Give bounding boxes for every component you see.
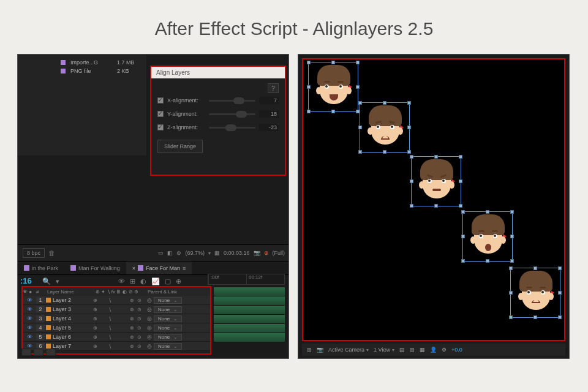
transform-handle[interactable] xyxy=(486,210,489,214)
layer-duration-bar[interactable] xyxy=(214,333,285,342)
transform-handle[interactable] xyxy=(410,155,413,159)
transform-handle[interactable] xyxy=(407,101,411,105)
toggle-mask-icon[interactable]: ▭ xyxy=(158,250,164,256)
channel-icon[interactable]: ⊕ xyxy=(264,250,269,256)
transform-handle[interactable] xyxy=(407,150,411,154)
timeline-ruler[interactable]: :00f00:12f xyxy=(208,274,285,285)
viewer-opt4-icon[interactable]: 👤 xyxy=(430,347,437,353)
layer-row[interactable]: 👁 3 Layer 4 ⊕∖⊚⊙ ◎None⌄ xyxy=(23,314,210,323)
pickwhip-icon[interactable]: ◎ xyxy=(147,297,152,303)
composition-viewer[interactable] xyxy=(302,58,565,341)
camera-icon[interactable]: ⊚ xyxy=(176,250,181,256)
transform-handle[interactable] xyxy=(358,126,362,129)
slider-thumb[interactable] xyxy=(225,124,236,131)
transform-handle[interactable] xyxy=(459,204,462,208)
layer-row[interactable]: 👁 4 Layer 5 ⊕∖⊚⊙ ◎None⌄ xyxy=(23,323,210,333)
transform-handle[interactable] xyxy=(461,259,465,263)
visibility-toggle[interactable]: 👁 xyxy=(23,306,36,312)
pickwhip-icon[interactable]: ◎ xyxy=(147,334,152,340)
pickwhip-icon[interactable]: ◎ xyxy=(147,343,152,349)
selected-layer-bbox[interactable] xyxy=(510,268,560,318)
viewer-opt3-icon[interactable]: ▦ xyxy=(420,347,425,353)
transform-handle[interactable] xyxy=(307,61,311,64)
transform-handle[interactable] xyxy=(510,259,514,263)
timeline-toggles[interactable] xyxy=(21,349,56,356)
layer-duration-bar[interactable] xyxy=(214,324,285,333)
transform-handle[interactable] xyxy=(558,315,562,319)
transform-handle[interactable] xyxy=(558,266,562,270)
transform-handle[interactable] xyxy=(461,235,465,238)
exposure-value[interactable]: +0.0 xyxy=(451,347,462,353)
slider-value[interactable]: 7 xyxy=(259,97,279,104)
visibility-toggle[interactable]: 👁 xyxy=(23,297,36,303)
trash-icon[interactable]: 🗑 xyxy=(48,249,55,257)
grid-icon[interactable]: ▦ xyxy=(214,250,220,256)
snapshot-icon[interactable]: 📷 xyxy=(254,250,260,256)
layer-row[interactable]: 👁 2 Layer 3 ⊕∖⊚⊙ ◎None⌄ xyxy=(23,305,210,314)
layer-row[interactable]: 👁 1 Layer 2 ⊕∖⊚⊙ ◎None⌄ xyxy=(23,296,210,305)
transform-handle[interactable] xyxy=(509,315,513,319)
parent-select[interactable]: None⌄ xyxy=(154,325,182,331)
timecode-display[interactable]: 0:00:03:16 xyxy=(224,250,250,256)
timeline-tab[interactable]: × Face For Man ≡ xyxy=(126,262,192,274)
visibility-toggle[interactable]: 👁 xyxy=(23,315,36,322)
layer-duration-bar[interactable] xyxy=(214,306,285,315)
pickwhip-icon[interactable]: ◎ xyxy=(147,315,152,322)
motion-blur-icon[interactable]: ◐ xyxy=(140,277,146,285)
timeline-bars[interactable] xyxy=(214,287,285,353)
transform-handle[interactable] xyxy=(356,85,360,89)
slider-thumb[interactable] xyxy=(236,111,247,118)
transform-handle[interactable] xyxy=(356,61,360,64)
transform-handle[interactable] xyxy=(410,179,413,183)
transform-handle[interactable] xyxy=(331,61,335,64)
selected-layer-bbox[interactable] xyxy=(360,102,410,153)
layer-duration-bar[interactable] xyxy=(214,287,285,296)
visibility-toggle[interactable]: 👁 xyxy=(23,334,36,340)
slider-value[interactable]: 18 xyxy=(259,110,279,118)
pickwhip-icon[interactable]: ◎ xyxy=(147,325,152,331)
viewer-opt2-icon[interactable]: ⊞ xyxy=(410,347,415,353)
current-time[interactable]: :16 xyxy=(18,275,34,287)
zoom-value[interactable]: (69.7%) xyxy=(185,250,205,256)
transform-handle[interactable] xyxy=(358,150,362,154)
project-item[interactable]: Importe...G1.7 MB xyxy=(18,58,146,67)
collapse-icon[interactable]: ⊕ xyxy=(176,277,181,285)
transform-handle[interactable] xyxy=(383,101,386,105)
transform-handle[interactable] xyxy=(407,126,411,129)
layer-duration-bar[interactable] xyxy=(214,315,285,324)
parent-select[interactable]: None⌄ xyxy=(154,297,182,304)
bpc-indicator[interactable]: 8 bpc xyxy=(23,248,45,258)
selected-layer-bbox[interactable] xyxy=(308,62,358,112)
resolution-value[interactable]: (Full) xyxy=(273,250,285,256)
search-icon[interactable]: 🔍 xyxy=(42,277,51,285)
viewer-3d-icon[interactable]: ⊞ xyxy=(307,347,312,353)
checkbox-icon[interactable] xyxy=(157,124,164,130)
visibility-toggle[interactable]: 👁 xyxy=(23,325,36,331)
pickwhip-icon[interactable]: ◎ xyxy=(147,306,152,312)
draft3d-icon[interactable]: ▢ xyxy=(165,277,171,285)
slider-track[interactable] xyxy=(209,113,255,115)
timeline-tab[interactable]: in the Park xyxy=(18,262,64,274)
layer-duration-bar[interactable] xyxy=(214,296,285,306)
toggle-alpha-icon[interactable]: ◧ xyxy=(167,250,173,256)
transform-handle[interactable] xyxy=(434,155,438,159)
view-count-select[interactable]: 1 View ▾ xyxy=(374,347,394,353)
transform-handle[interactable] xyxy=(410,204,413,208)
transform-handle[interactable] xyxy=(558,291,562,295)
viewer-opt5-icon[interactable]: ⚙ xyxy=(442,347,447,353)
transform-handle[interactable] xyxy=(533,266,537,270)
parent-select[interactable]: None⌄ xyxy=(154,306,182,313)
active-camera-select[interactable]: Active Camera ▾ xyxy=(328,347,369,353)
slider-track[interactable] xyxy=(209,127,255,129)
graph-icon[interactable]: 📈 xyxy=(151,277,160,285)
slider-thumb[interactable] xyxy=(233,97,244,104)
frame-blend-icon[interactable]: ⊞ xyxy=(130,277,135,285)
parent-select[interactable]: None⌄ xyxy=(154,315,182,322)
selected-layer-bbox[interactable] xyxy=(411,156,461,206)
filter-icon[interactable]: ▾ xyxy=(56,277,59,285)
transform-handle[interactable] xyxy=(509,266,513,270)
transform-handle[interactable] xyxy=(461,210,465,214)
slider-range-button[interactable]: Slider Range xyxy=(157,140,203,153)
transform-handle[interactable] xyxy=(510,235,514,238)
checkbox-icon[interactable] xyxy=(157,97,164,104)
